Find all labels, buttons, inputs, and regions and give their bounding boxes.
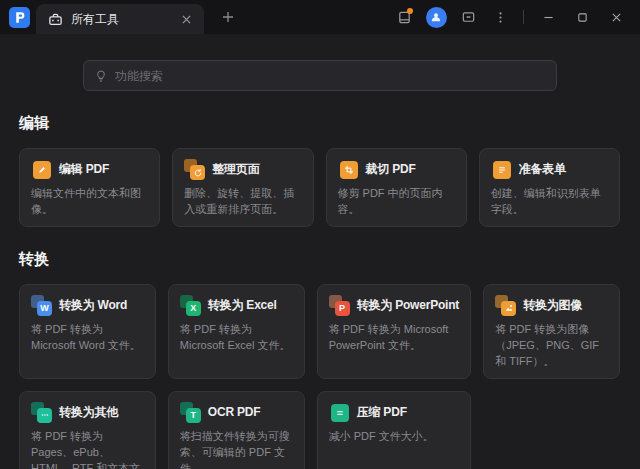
tool-card-裁切 PDF[interactable]: 裁切 PDF 修剪 PDF 中的页面内容。 (326, 148, 467, 227)
word-icon: W (31, 295, 52, 316)
feedback-icon[interactable] (455, 4, 481, 30)
ocr-pdf-icon: T (180, 402, 201, 423)
recent-files-icon[interactable] (391, 4, 417, 30)
tool-card-title: 转换为 Excel (208, 297, 277, 314)
maximize-icon[interactable] (568, 4, 596, 30)
tool-card-title: 整理页面 (212, 161, 259, 178)
card-grid: W 转换为 Word 将 PDF 转换为 Microsoft Word 文件。 … (19, 284, 620, 469)
tool-card-编辑 PDF[interactable]: 编辑 PDF 编辑文件中的文本和图像。 (19, 148, 160, 227)
titlebar-divider (523, 10, 524, 24)
tool-card-title: 压缩 PDF (357, 404, 407, 421)
prepare-form-icon (491, 159, 512, 180)
tool-card-转换为 Word[interactable]: W 转换为 Word 将 PDF 转换为 Microsoft Word 文件。 (19, 284, 156, 379)
tool-card-desc: 修剪 PDF 中的页面内容。 (338, 186, 455, 218)
tool-card-desc: 将 PDF 转换为 Pages、ePub、HTML、RTF 和文本文件。 (31, 429, 144, 469)
pdfelement-logo-icon[interactable] (9, 7, 30, 28)
minimize-icon[interactable] (534, 4, 562, 30)
other-formats-icon (31, 402, 52, 423)
section-title: 转换 (19, 250, 620, 269)
tool-card-压缩 PDF[interactable]: 压缩 PDF 减小 PDF 文件大小。 (317, 391, 472, 469)
compress-pdf-icon (329, 402, 350, 423)
tool-card-desc: 删除、旋转、提取、插入或重新排序页面。 (184, 186, 301, 218)
feature-search-box[interactable] (83, 60, 557, 91)
tab-close-icon[interactable] (178, 11, 194, 27)
tool-card-title: 裁切 PDF (366, 161, 416, 178)
powerpoint-icon: P (329, 295, 350, 316)
tool-card-title: 转换为 PowerPoint (357, 297, 460, 314)
more-menu-icon[interactable] (487, 4, 513, 30)
section-title: 编辑 (19, 114, 620, 133)
search-input[interactable] (115, 69, 546, 83)
tool-card-title: 转换为其他 (59, 404, 118, 421)
notification-dot (407, 8, 413, 14)
toolbox-icon (48, 12, 63, 27)
tool-card-desc: 将扫描文件转换为可搜索、可编辑的 PDF 文件。 (180, 429, 293, 469)
tool-card-title: OCR PDF (208, 405, 261, 419)
tool-card-title: 准备表单 (519, 161, 566, 178)
window-close-icon[interactable] (602, 4, 630, 30)
tool-card-desc: 减小 PDF 文件大小。 (329, 429, 460, 445)
edit-pdf-icon (31, 159, 52, 180)
tab-all-tools[interactable]: 所有工具 (36, 4, 204, 34)
new-tab-icon[interactable] (216, 5, 240, 29)
tool-card-desc: 将 PDF 转换为 Microsoft PowerPoint 文件。 (329, 322, 460, 354)
bulb-icon (94, 69, 108, 83)
tool-card-OCR PDF[interactable]: T OCR PDF 将扫描文件转换为可搜索、可编辑的 PDF 文件。 (168, 391, 305, 469)
image-icon (495, 295, 516, 316)
titlebar: 所有工具 (0, 0, 640, 34)
tool-card-title: 转换为图像 (523, 297, 582, 314)
section-转换: 转换 W 转换为 Word 将 PDF 转换为 Microsoft Word 文… (19, 250, 620, 469)
excel-icon: X (180, 295, 201, 316)
tab-title: 所有工具 (71, 11, 170, 28)
tool-card-转换为 Excel[interactable]: X 转换为 Excel 将 PDF 转换为 Microsoft Excel 文件… (168, 284, 305, 379)
tool-card-desc: 编辑文件中的文本和图像。 (31, 186, 148, 218)
tool-card-转换为其他[interactable]: 转换为其他 将 PDF 转换为 Pages、ePub、HTML、RTF 和文本文… (19, 391, 156, 469)
tool-card-整理页面[interactable]: 整理页面 删除、旋转、提取、插入或重新排序页面。 (172, 148, 313, 227)
tool-card-转换为图像[interactable]: 转换为图像 将 PDF 转换为图像（JPEG、PNG、GIF 和 TIFF）。 (483, 284, 620, 379)
tool-card-title: 转换为 Word (59, 297, 127, 314)
organize-pages-icon (184, 159, 205, 180)
account-avatar[interactable] (423, 4, 449, 30)
tool-card-desc: 将 PDF 转换为 Microsoft Excel 文件。 (180, 322, 293, 354)
card-grid: 编辑 PDF 编辑文件中的文本和图像。 整理页面 删除、旋转、提取、插入或重新排… (19, 148, 620, 227)
tool-card-转换为 PowerPoint[interactable]: P 转换为 PowerPoint 将 PDF 转换为 Microsoft Pow… (317, 284, 472, 379)
tool-card-desc: 创建、编辑和识别表单字段。 (491, 186, 608, 218)
tool-card-准备表单[interactable]: 准备表单 创建、编辑和识别表单字段。 (479, 148, 620, 227)
tool-card-title: 编辑 PDF (59, 161, 109, 178)
section-编辑: 编辑 编辑 PDF 编辑文件中的文本和图像。 整理页面 删除、旋转、提取、插入或… (19, 114, 620, 227)
tools-content: 编辑 编辑 PDF 编辑文件中的文本和图像。 整理页面 删除、旋转、提取、插入或… (0, 114, 640, 469)
tool-card-desc: 将 PDF 转换为 Microsoft Word 文件。 (31, 322, 144, 354)
tool-card-desc: 将 PDF 转换为图像（JPEG、PNG、GIF 和 TIFF）。 (495, 322, 608, 370)
crop-pdf-icon (338, 159, 359, 180)
